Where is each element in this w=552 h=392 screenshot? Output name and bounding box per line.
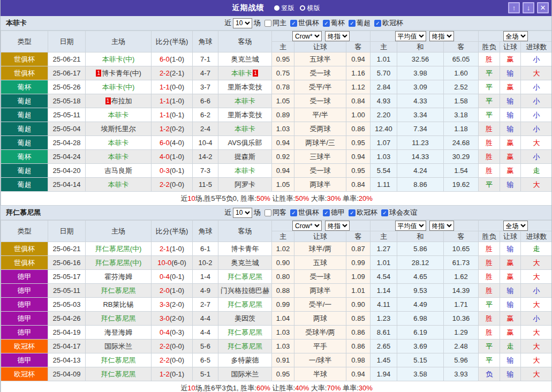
avg-away: 3.93: [444, 367, 479, 381]
scope-control-cell: 全场: [479, 221, 552, 231]
layout-radio-horizontal[interactable]: 横版: [300, 4, 320, 13]
fulltime-score: 1-1: [160, 111, 170, 119]
summary-text: 胜率:: [240, 384, 256, 392]
fulltime-score: 10-0: [157, 259, 171, 267]
corner-score: 6-2: [193, 108, 218, 122]
match-score: 2-2(0-0): [152, 178, 193, 192]
scope-select[interactable]: 全场: [503, 221, 528, 231]
avg-draw: 4.49: [397, 298, 444, 312]
result-handicap: 输: [500, 178, 521, 192]
league-filter-checkbox[interactable]: ✓世俱杯: [290, 18, 319, 28]
avg-time-select[interactable]: 终指: [429, 221, 454, 231]
match-score: 1-1(0-1): [152, 108, 193, 122]
league-filter-checkbox[interactable]: ✓葡超: [349, 18, 370, 28]
corner-score: 4-7: [193, 66, 218, 80]
home-team-name: 拜仁慕尼黑(中): [95, 245, 142, 253]
odds-company-select[interactable]: Crow*: [292, 31, 322, 41]
league-filter-checkbox[interactable]: ✓德甲: [323, 208, 345, 217]
close-button[interactable]: ✕: [537, 2, 549, 13]
odds-home: 0.80: [272, 270, 294, 284]
odds-time-select[interactable]: 终指: [325, 221, 350, 231]
avg-draw: 8.86: [397, 178, 444, 192]
avg-draw: 28.12: [397, 256, 444, 270]
odds-handicap: 五球半: [294, 52, 346, 66]
odds-away: 0.85: [346, 312, 370, 326]
odds-time-select[interactable]: 终指: [325, 31, 350, 41]
window-buttons: ↑ ↓ ✕: [508, 2, 549, 13]
result-handicap: 输: [500, 298, 521, 312]
league-filter-checkbox[interactable]: ✓欧冠杯: [374, 18, 403, 28]
fulltime-score: 3-3: [160, 300, 170, 308]
odds-home: 1.03: [272, 122, 294, 136]
column-header: 主: [272, 231, 294, 242]
avg-home: 1.23: [370, 312, 397, 326]
home-team: 1博卡青年(中): [86, 66, 152, 80]
column-header: 主场: [86, 31, 152, 52]
avg-home: 1.11: [370, 178, 397, 192]
result-handicap: 赢: [500, 136, 521, 150]
match-score: 1-1(0-0): [152, 80, 193, 94]
avg-source-select[interactable]: 平均值: [395, 221, 426, 231]
away-team-name: AVS俱乐部: [228, 139, 262, 147]
home-team-name: RB莱比锡: [103, 300, 133, 308]
column-header: 类型: [1, 221, 48, 242]
scope-select[interactable]: 全场: [503, 31, 528, 41]
match-date: 25-05-11: [48, 108, 86, 122]
summary-row: 近10场,胜6平3负1, 胜率:60% 让胜率:40% 大率:70% 单率:30…: [1, 381, 552, 392]
avg-time-select[interactable]: 终指: [429, 31, 454, 41]
league-filter-checkbox[interactable]: ✓世俱杯: [290, 208, 319, 217]
odds-home: 0.92: [272, 150, 294, 164]
avg-home: 1.01: [370, 256, 397, 270]
avg-source-select[interactable]: 平均值: [395, 31, 426, 41]
away-team: 本菲卡: [218, 164, 272, 178]
corner-score: 14-2: [193, 150, 218, 164]
match-count-select[interactable]: 10: [233, 18, 252, 28]
layout-radio-vertical[interactable]: 竖版: [274, 4, 294, 13]
team-name: 拜仁慕尼黑: [6, 208, 41, 217]
result-goals: 小: [521, 80, 552, 94]
odds-away: 0.84: [346, 94, 370, 108]
match-score: 0-3(0-1): [152, 164, 193, 178]
checkbox-icon: [264, 209, 271, 216]
halftime-score: (6-0): [171, 259, 186, 267]
same-venue-checkbox[interactable]: 同主: [264, 18, 286, 28]
odds-home: 0.88: [272, 284, 294, 298]
match-row: 德甲25-05-17霍芬海姆0-4(0-1)1-4拜仁慕尼黑0.80受一球1.0…: [1, 270, 552, 284]
fulltime-score: 4-0: [160, 153, 170, 161]
result-handicap: 走: [500, 340, 521, 353]
column-header: 客: [346, 42, 370, 52]
halftime-score: (1-0): [170, 55, 184, 63]
move-up-button[interactable]: ↑: [508, 2, 520, 13]
league-filter-checkbox[interactable]: ✓球会友谊: [381, 208, 417, 217]
odds-home: 0.99: [272, 298, 294, 312]
league-filter-checkbox[interactable]: ✓欧冠杯: [349, 208, 377, 217]
summary-text: 10: [187, 194, 195, 202]
odds-handicap: 受一球: [294, 66, 346, 80]
halftime-score: (2-1): [170, 69, 184, 77]
fulltime-score: 6-0: [160, 55, 170, 63]
match-count-select[interactable]: 10: [233, 208, 252, 218]
odds-company-select[interactable]: Crow*: [292, 221, 322, 231]
result-outcome: 负: [479, 367, 500, 381]
home-team-name: 布拉加: [111, 97, 132, 105]
avg-home: 1.03: [370, 150, 397, 164]
avg-away: 1.18: [444, 122, 479, 136]
fulltime-score: 2-2: [160, 180, 170, 189]
home-team: 本菲卡(中): [86, 52, 152, 66]
corner-score: 1-4: [193, 270, 218, 284]
result-goals: 大: [521, 270, 552, 284]
corner-score: 4-4: [193, 312, 218, 326]
same-venue-checkbox[interactable]: 同客: [264, 208, 286, 217]
match-row: 德甲25-05-11拜仁慕尼黑2-0(1-0)4-9门兴格拉德巴赫0.88两球半…: [1, 284, 552, 298]
avg-draw: 4.33: [397, 94, 444, 108]
fulltime-score: 0-4: [160, 273, 170, 281]
summary-row: 近10场,胜5平5负0, 胜率:50% 让胜率:50% 大率:30% 单率:20…: [1, 192, 552, 206]
move-down-button[interactable]: ↓: [523, 2, 534, 13]
result-outcome: 胜: [479, 326, 500, 340]
avg-away: 2.52: [444, 80, 479, 94]
league-filter-checkbox[interactable]: ✓葡杯: [323, 18, 345, 28]
checkbox-label: 世俱杯: [298, 208, 319, 217]
checkbox-icon: [264, 20, 271, 27]
away-team: 本菲卡1: [218, 66, 272, 80]
fulltime-score: 1-2: [160, 370, 170, 378]
